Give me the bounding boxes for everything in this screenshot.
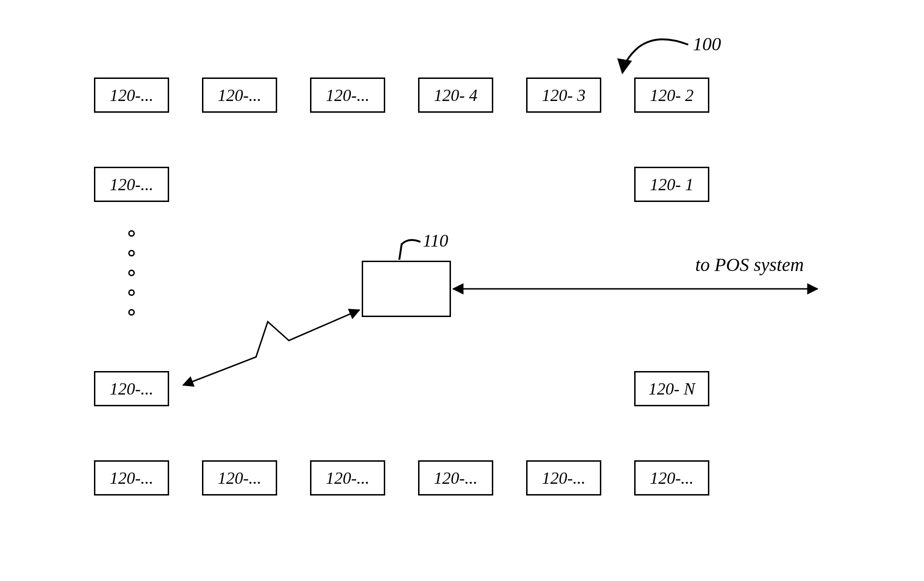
dot-icon bbox=[128, 289, 135, 296]
node-right-upper: 120- 1 bbox=[634, 167, 709, 202]
wireless-link bbox=[183, 310, 359, 385]
node-top-1: 120-... bbox=[94, 77, 169, 113]
dot-icon bbox=[128, 250, 135, 256]
node-top-6: 120- 2 bbox=[634, 77, 709, 113]
system-ref-arrow bbox=[622, 39, 688, 73]
diagram-canvas: 100 120-... 120-... 120-... 120- 4 120- … bbox=[0, 0, 924, 581]
external-system-label: to POS system bbox=[695, 254, 804, 276]
dot-icon bbox=[128, 230, 135, 237]
node-bottom-5: 120-... bbox=[526, 460, 601, 496]
node-top-5: 120- 3 bbox=[526, 77, 601, 113]
central-reference-label: 110 bbox=[423, 230, 448, 251]
node-left-upper: 120-... bbox=[94, 167, 169, 202]
system-reference-label: 100 bbox=[693, 33, 721, 55]
node-right-lower: 120- N bbox=[634, 371, 709, 406]
node-bottom-2: 120-... bbox=[202, 460, 277, 496]
node-left-lower: 120-... bbox=[94, 371, 169, 406]
continuation-dots bbox=[128, 230, 135, 316]
central-ref-hook bbox=[399, 240, 420, 260]
dot-icon bbox=[128, 309, 135, 316]
node-bottom-3: 120-... bbox=[310, 460, 385, 496]
dot-icon bbox=[128, 270, 135, 276]
node-top-2: 120-... bbox=[202, 77, 277, 113]
node-top-4: 120- 4 bbox=[418, 77, 493, 113]
node-bottom-4: 120-... bbox=[418, 460, 493, 496]
central-node bbox=[362, 261, 451, 317]
node-top-3: 120-... bbox=[310, 77, 385, 113]
node-bottom-6: 120-... bbox=[634, 460, 709, 496]
node-bottom-1: 120-... bbox=[94, 460, 169, 496]
